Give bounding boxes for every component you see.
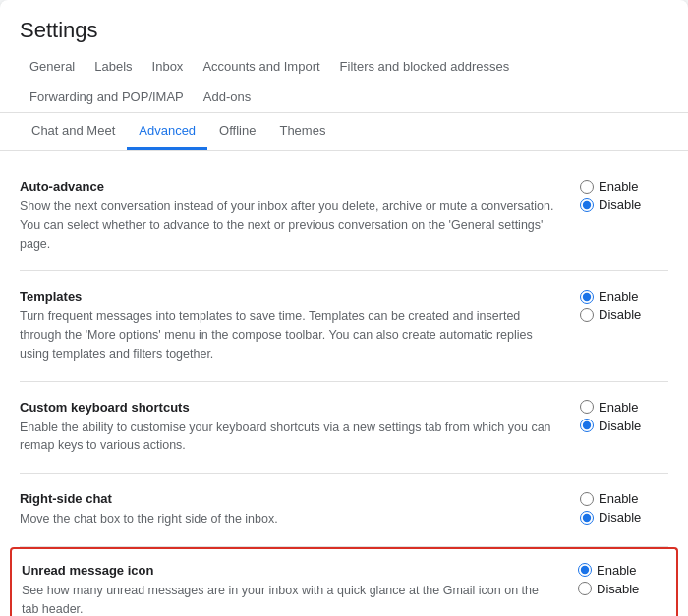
right-side-chat-disable-label[interactable]: Disable: [580, 510, 641, 525]
setting-keyboard-shortcuts-title: Custom keyboard shortcuts: [20, 400, 560, 415]
keyboard-shortcuts-disable-label[interactable]: Disable: [580, 419, 641, 433]
auto-advance-enable-label[interactable]: Enable: [580, 179, 638, 194]
right-side-chat-disable-radio[interactable]: [580, 511, 594, 525]
keyboard-shortcuts-enable-label[interactable]: Enable: [580, 400, 638, 415]
nav-inbox[interactable]: Inbox: [143, 51, 194, 82]
setting-right-side-chat: Right-side chat Move the chat box to the…: [20, 474, 668, 547]
setting-unread-message-icon-info: Unread message icon See how many unread …: [22, 563, 578, 616]
right-side-chat-enable-label[interactable]: Enable: [580, 491, 638, 506]
nav-addons[interactable]: Add-ons: [194, 82, 260, 112]
auto-advance-disable-label[interactable]: Disable: [580, 197, 641, 212]
setting-templates-desc: Turn frequent messages into templates to…: [20, 308, 560, 363]
setting-right-side-chat-info: Right-side chat Move the chat box to the…: [20, 491, 580, 529]
setting-templates-controls: Enable Disable: [580, 289, 668, 322]
keyboard-shortcuts-disable-text: Disable: [599, 419, 641, 433]
auto-advance-disable-radio[interactable]: [580, 198, 594, 212]
setting-auto-advance-title: Auto-advance: [20, 179, 560, 194]
unread-icon-enable-label[interactable]: Enable: [578, 563, 636, 578]
setting-auto-advance: Auto-advance Show the next conversation …: [20, 161, 668, 271]
nav-labels[interactable]: Labels: [85, 51, 142, 82]
settings-panel: Settings General Labels Inbox Accounts a…: [0, 0, 688, 616]
setting-keyboard-shortcuts-info: Custom keyboard shortcuts Enable the abi…: [20, 400, 580, 456]
setting-templates: Templates Turn frequent messages into te…: [20, 271, 668, 381]
tab-advanced[interactable]: Advanced: [127, 113, 207, 150]
auto-advance-disable-text: Disable: [599, 197, 641, 212]
page-title: Settings: [0, 0, 688, 51]
setting-right-side-chat-controls: Enable Disable: [580, 491, 668, 525]
auto-advance-enable-radio[interactable]: [580, 180, 594, 194]
templates-enable-radio[interactable]: [580, 290, 594, 304]
setting-right-side-chat-title: Right-side chat: [20, 491, 560, 506]
setting-unread-message-icon-desc: See how many unread messages are in your…: [22, 582, 558, 616]
setting-auto-advance-desc: Show the next conversation instead of yo…: [20, 197, 560, 252]
settings-content: Auto-advance Show the next conversation …: [0, 151, 688, 616]
right-side-chat-enable-radio[interactable]: [580, 492, 594, 506]
primary-nav: General Labels Inbox Accounts and Import…: [0, 51, 688, 113]
setting-keyboard-shortcuts-desc: Enable the ability to customise your key…: [20, 419, 560, 456]
unread-icon-disable-radio[interactable]: [578, 582, 592, 595]
templates-disable-text: Disable: [599, 308, 641, 322]
auto-advance-enable-text: Enable: [599, 179, 638, 194]
setting-unread-message-icon-controls: Enable Disable: [578, 563, 666, 596]
tab-chat-meet[interactable]: Chat and Meet: [20, 113, 127, 150]
right-side-chat-enable-text: Enable: [599, 491, 638, 506]
setting-keyboard-shortcuts: Custom keyboard shortcuts Enable the abi…: [20, 382, 668, 475]
setting-unread-message-icon: Unread message icon See how many unread …: [10, 547, 678, 616]
right-side-chat-disable-text: Disable: [599, 510, 641, 525]
nav-filters[interactable]: Filters and blocked addresses: [330, 51, 520, 82]
templates-disable-radio[interactable]: [580, 308, 594, 322]
nav-general[interactable]: General: [20, 51, 85, 82]
unread-icon-disable-label[interactable]: Disable: [578, 582, 639, 596]
nav-accounts-import[interactable]: Accounts and Import: [193, 51, 329, 82]
keyboard-shortcuts-enable-radio[interactable]: [580, 400, 594, 414]
keyboard-shortcuts-disable-radio[interactable]: [580, 419, 594, 432]
templates-enable-label[interactable]: Enable: [580, 289, 638, 304]
setting-keyboard-shortcuts-controls: Enable Disable: [580, 400, 668, 433]
templates-enable-text: Enable: [599, 289, 638, 304]
secondary-nav: Chat and Meet Advanced Offline Themes: [0, 113, 688, 151]
unread-icon-enable-text: Enable: [597, 563, 636, 578]
setting-unread-message-icon-title: Unread message icon: [22, 563, 558, 578]
setting-right-side-chat-desc: Move the chat box to the right side of t…: [20, 510, 560, 529]
setting-auto-advance-controls: Enable Disable: [580, 179, 668, 212]
tab-themes[interactable]: Themes: [267, 113, 337, 150]
setting-templates-info: Templates Turn frequent messages into te…: [20, 289, 580, 363]
tab-offline[interactable]: Offline: [207, 113, 267, 150]
templates-disable-label[interactable]: Disable: [580, 308, 641, 322]
setting-auto-advance-info: Auto-advance Show the next conversation …: [20, 179, 580, 252]
unread-icon-enable-radio[interactable]: [578, 563, 592, 577]
nav-forwarding[interactable]: Forwarding and POP/IMAP: [20, 82, 194, 112]
keyboard-shortcuts-enable-text: Enable: [599, 400, 638, 415]
unread-icon-disable-text: Disable: [597, 582, 639, 596]
setting-templates-title: Templates: [20, 289, 560, 304]
